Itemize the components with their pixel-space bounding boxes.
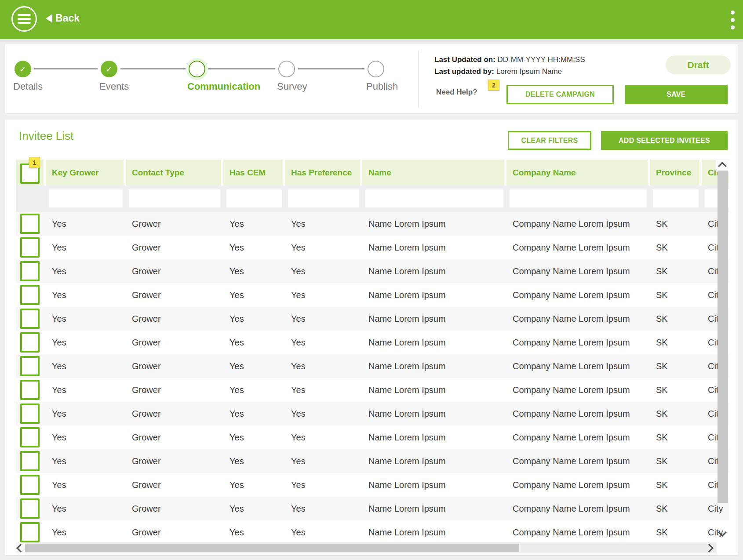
cell-has-preference: Yes xyxy=(285,307,362,331)
step-circle-details[interactable]: ✓ xyxy=(15,61,31,77)
filter-cell-province xyxy=(650,185,702,212)
row-checkbox[interactable] xyxy=(20,427,40,447)
row-checkbox-cell xyxy=(16,449,46,473)
step-circle-events[interactable]: ✓ xyxy=(101,61,117,77)
horizontal-scrollbar-track[interactable] xyxy=(16,542,717,553)
row-checkbox[interactable] xyxy=(20,214,40,234)
scroll-up-button[interactable] xyxy=(716,160,729,172)
cell-key-grower: Yes xyxy=(46,259,126,283)
step-label-details[interactable]: Details xyxy=(13,81,43,92)
column-header-name[interactable]: Name xyxy=(362,160,506,185)
step-label-survey[interactable]: Survey xyxy=(277,81,307,92)
step-circle-communication[interactable] xyxy=(189,61,205,77)
cell-has-cem: Yes xyxy=(223,236,285,259)
cell-contact-type: Grower xyxy=(126,307,223,331)
row-checkbox[interactable] xyxy=(20,498,40,519)
cell-company-name: Company Name Lorem Ipsum xyxy=(506,497,650,520)
column-header-contact-type[interactable]: Contact Type xyxy=(126,160,223,185)
filter-input-company-name[interactable] xyxy=(510,189,647,207)
row-checkbox[interactable] xyxy=(20,380,40,400)
back-label: Back xyxy=(55,12,80,24)
step-label-publish[interactable]: Publish xyxy=(366,81,398,92)
cell-key-grower: Yes xyxy=(46,520,126,544)
cell-province: SK xyxy=(650,449,702,473)
column-header-has-preference[interactable]: Has Preference xyxy=(285,160,362,185)
row-checkbox[interactable] xyxy=(20,285,40,305)
row-checkbox-cell xyxy=(16,212,46,236)
step-label-communication[interactable]: Communication xyxy=(187,81,260,92)
filter-input-key-grower[interactable] xyxy=(49,189,123,207)
page-title: Invitee List xyxy=(19,129,73,143)
horizontal-scrollbar-thumb[interactable] xyxy=(25,544,519,552)
cell-contact-type: Grower xyxy=(126,212,223,236)
step-label-events[interactable]: Events xyxy=(99,81,129,92)
delete-campaign-button[interactable]: DELETE CAMPAIGN xyxy=(506,85,614,104)
cell-key-grower: Yes xyxy=(46,402,126,425)
cell-has-preference: Yes xyxy=(285,402,362,425)
cell-key-grower: Yes xyxy=(46,307,126,331)
row-checkbox[interactable] xyxy=(20,451,40,471)
scroll-right-button[interactable] xyxy=(706,545,712,553)
cell-key-grower: Yes xyxy=(46,354,126,378)
cell-name: Name Lorem Ipsum xyxy=(362,497,506,520)
save-button[interactable]: SAVE xyxy=(625,85,728,104)
column-header-key-grower[interactable]: Key Grower xyxy=(46,160,126,185)
cell-has-preference: Yes xyxy=(285,212,362,236)
row-checkbox[interactable] xyxy=(20,356,40,376)
column-header-company-name[interactable]: Company Name xyxy=(506,160,650,185)
filter-input-has-preference[interactable] xyxy=(288,189,359,207)
cell-has-cem: Yes xyxy=(223,307,285,331)
table-row: YesGrowerYesYesName Lorem IpsumCompany N… xyxy=(16,449,729,473)
filter-input-name[interactable] xyxy=(365,189,503,207)
column-header-province[interactable]: Province xyxy=(650,160,702,185)
filter-input-province[interactable] xyxy=(653,189,699,207)
row-checkbox[interactable] xyxy=(20,309,40,329)
hamburger-menu-icon[interactable] xyxy=(11,6,37,32)
need-help-link[interactable]: Need Help? xyxy=(436,88,477,97)
back-button[interactable]: Back xyxy=(46,12,80,24)
cell-province: SK xyxy=(650,354,702,378)
chevron-right-icon xyxy=(705,544,714,553)
cell-has-preference: Yes xyxy=(285,354,362,378)
row-checkbox[interactable] xyxy=(20,404,40,424)
row-checkbox-cell xyxy=(16,425,46,449)
vertical-scrollbar-thumb[interactable] xyxy=(718,171,728,503)
filter-input-contact-type[interactable] xyxy=(129,189,220,207)
cell-key-grower: Yes xyxy=(46,497,126,520)
table-row: YesGrowerYesYesName Lorem IpsumCompany N… xyxy=(16,378,729,402)
cell-contact-type: Grower xyxy=(126,378,223,402)
divider xyxy=(419,51,419,108)
cell-name: Name Lorem Ipsum xyxy=(362,307,506,331)
row-checkbox[interactable] xyxy=(20,332,40,353)
cell-province: SK xyxy=(650,259,702,283)
cell-has-preference: Yes xyxy=(285,331,362,354)
cell-province: SK xyxy=(650,497,702,520)
add-selected-invitees-button[interactable]: ADD SELECTED INVITEES xyxy=(601,131,728,150)
scroll-left-button[interactable] xyxy=(16,542,25,553)
cell-contact-type: Grower xyxy=(126,283,223,307)
table-row: YesGrowerYesYesName Lorem IpsumCompany N… xyxy=(16,331,729,354)
cell-name: Name Lorem Ipsum xyxy=(362,378,506,402)
row-checkbox-cell xyxy=(16,402,46,425)
invitee-list-panel: Invitee List CLEAR FILTERS ADD SELECTED … xyxy=(5,120,738,555)
chevron-up-icon xyxy=(718,162,727,171)
cell-contact-type: Grower xyxy=(126,236,223,259)
table-row: YesGrowerYesYesName Lorem IpsumCompany N… xyxy=(16,283,729,307)
cell-province: SK xyxy=(650,236,702,259)
row-checkbox[interactable] xyxy=(20,522,40,542)
row-checkbox[interactable] xyxy=(20,237,40,258)
row-checkbox[interactable] xyxy=(20,261,40,281)
step-circle-publish[interactable] xyxy=(368,61,384,77)
cell-province: SK xyxy=(650,402,702,425)
column-header-has-cem[interactable]: Has CEM xyxy=(223,160,285,185)
cell-province: SK xyxy=(650,378,702,402)
check-icon: ✓ xyxy=(106,64,113,74)
scroll-down-button[interactable] xyxy=(719,529,725,537)
kebab-menu-icon[interactable] xyxy=(730,10,736,30)
row-checkbox[interactable] xyxy=(20,475,40,495)
cell-contact-type: Grower xyxy=(126,449,223,473)
campaign-header-panel: ✓Details✓EventsCommunicationSurveyPublis… xyxy=(5,44,738,113)
clear-filters-button[interactable]: CLEAR FILTERS xyxy=(508,131,591,150)
step-circle-survey[interactable] xyxy=(278,61,295,77)
filter-input-has-cem[interactable] xyxy=(226,189,282,207)
